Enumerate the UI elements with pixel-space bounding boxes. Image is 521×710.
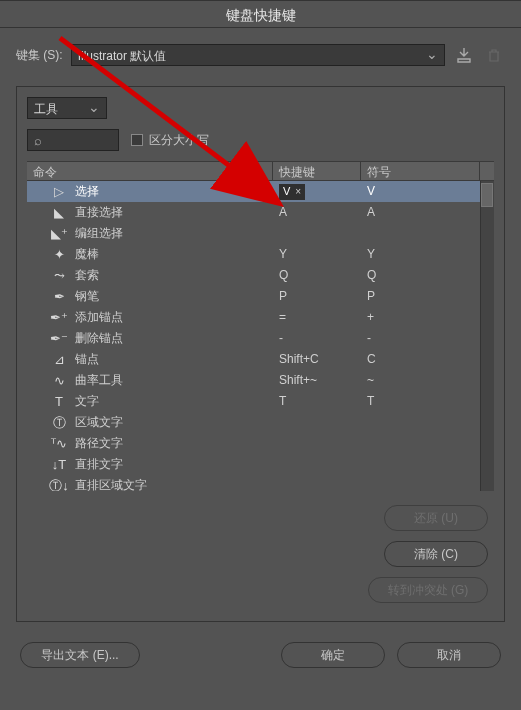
category-select[interactable]: 工具 xyxy=(27,97,107,119)
command-name: 编组选择 xyxy=(75,223,123,244)
main-panel: 工具 ⌕ 区分大小写 命令 快捷键 符号 ▷选择V×V◣直接选择AA◣⁺编组选择… xyxy=(16,86,505,622)
tool-icon: Ⓣ↓ xyxy=(51,478,67,492)
checkbox-icon xyxy=(131,134,143,146)
cancel-button[interactable]: 取消 xyxy=(397,642,501,668)
symbol-cell: T xyxy=(361,391,494,412)
tool-icon: Ⓣ xyxy=(51,415,67,431)
header-symbol[interactable]: 符号 xyxy=(361,162,480,180)
dialog-title: 键盘快捷键 xyxy=(0,0,521,28)
command-name: 删除锚点 xyxy=(75,328,123,349)
tool-icon: ᵀ∿ xyxy=(51,436,67,452)
command-name: 添加锚点 xyxy=(75,307,123,328)
tool-icon: ✒ xyxy=(51,289,67,305)
scrollbar[interactable] xyxy=(480,181,494,491)
ok-button[interactable]: 确定 xyxy=(281,642,385,668)
case-label: 区分大小写 xyxy=(149,132,209,149)
tool-icon: ∿ xyxy=(51,373,67,389)
search-field[interactable] xyxy=(48,133,112,147)
table-row[interactable]: ✒⁺添加锚点=+ xyxy=(27,307,494,328)
table-row[interactable]: ▷选择V×V xyxy=(27,181,494,202)
shortcut-cell[interactable]: Shift+~ xyxy=(273,370,361,391)
table-row[interactable]: ✦魔棒YY xyxy=(27,244,494,265)
symbol-cell: P xyxy=(361,286,494,307)
shortcut-cell[interactable]: Y xyxy=(273,244,361,265)
tool-icon: ✦ xyxy=(51,247,67,263)
header-command[interactable]: 命令 xyxy=(27,162,273,180)
symbol-cell xyxy=(361,475,494,491)
shortcut-cell[interactable] xyxy=(273,223,361,244)
command-name: 魔棒 xyxy=(75,244,99,265)
command-name: 路径文字 xyxy=(75,433,123,454)
case-sensitive-checkbox[interactable]: 区分大小写 xyxy=(131,132,209,149)
symbol-cell: + xyxy=(361,307,494,328)
table-row[interactable]: T文字TT xyxy=(27,391,494,412)
table-row[interactable]: ⤳套索QQ xyxy=(27,265,494,286)
command-name: 直排区域文字 xyxy=(75,475,147,491)
shortcut-editor[interactable]: V× xyxy=(279,184,305,200)
tool-icon: ◣ xyxy=(51,205,67,221)
symbol-cell xyxy=(361,433,494,454)
command-name: 套索 xyxy=(75,265,99,286)
shortcut-cell[interactable] xyxy=(273,412,361,433)
shortcut-cell[interactable]: A xyxy=(273,202,361,223)
table-row[interactable]: ◣直接选择AA xyxy=(27,202,494,223)
preset-label: 键集 (S): xyxy=(16,47,63,64)
command-name: 钢笔 xyxy=(75,286,99,307)
table-row[interactable]: Ⓣ区域文字 xyxy=(27,412,494,433)
table-row[interactable]: ᵀ∿路径文字 xyxy=(27,433,494,454)
undo-button: 还原 (U) xyxy=(384,505,488,531)
header-shortcut[interactable]: 快捷键 xyxy=(273,162,361,180)
tool-icon: ⊿ xyxy=(51,352,67,368)
symbol-cell: V xyxy=(361,181,494,202)
command-name: 文字 xyxy=(75,391,99,412)
shortcut-cell[interactable] xyxy=(273,475,361,491)
preset-row: 键集 (S): Illustrator 默认值 xyxy=(16,44,505,66)
symbol-cell xyxy=(361,412,494,433)
search-input[interactable]: ⌕ xyxy=(27,129,119,151)
search-icon: ⌕ xyxy=(34,133,42,148)
shortcut-cell[interactable]: Q xyxy=(273,265,361,286)
symbol-cell: A xyxy=(361,202,494,223)
shortcut-cell[interactable]: P xyxy=(273,286,361,307)
export-text-button[interactable]: 导出文本 (E)... xyxy=(20,642,140,668)
table-row[interactable]: ✒⁻删除锚点-- xyxy=(27,328,494,349)
shortcut-cell[interactable]: = xyxy=(273,307,361,328)
table-row[interactable]: Ⓣ↓直排区域文字 xyxy=(27,475,494,491)
tool-icon: T xyxy=(51,394,67,410)
table-body: ▷选择V×V◣直接选择AA◣⁺编组选择✦魔棒YY⤳套索QQ✒钢笔PP✒⁺添加锚点… xyxy=(27,181,494,491)
command-name: 锚点 xyxy=(75,349,99,370)
symbol-cell: C xyxy=(361,349,494,370)
symbol-cell: - xyxy=(361,328,494,349)
command-name: 选择 xyxy=(75,181,99,202)
table-row[interactable]: ∿曲率工具Shift+~~ xyxy=(27,370,494,391)
clear-shortcut-icon[interactable]: × xyxy=(295,181,301,202)
shortcut-cell[interactable]: V× xyxy=(273,181,361,202)
shortcut-cell[interactable]: - xyxy=(273,328,361,349)
shortcut-cell[interactable]: T xyxy=(273,391,361,412)
scroll-thumb[interactable] xyxy=(481,183,493,207)
preset-select[interactable]: Illustrator 默认值 xyxy=(71,44,445,66)
symbol-cell xyxy=(361,223,494,244)
delete-preset-icon xyxy=(483,44,505,66)
shortcut-cell[interactable]: Shift+C xyxy=(273,349,361,370)
tool-icon: ↓T xyxy=(51,457,67,473)
tool-icon: ▷ xyxy=(51,184,67,200)
tool-icon: ◣⁺ xyxy=(51,226,67,242)
table-row[interactable]: ◣⁺编组选择 xyxy=(27,223,494,244)
command-name: 区域文字 xyxy=(75,412,123,433)
tool-icon: ⤳ xyxy=(51,268,67,284)
table-row[interactable]: ⊿锚点Shift+CC xyxy=(27,349,494,370)
shortcut-cell[interactable] xyxy=(273,433,361,454)
command-name: 直排文字 xyxy=(75,454,123,475)
tool-icon: ✒⁻ xyxy=(51,331,67,347)
symbol-cell: Y xyxy=(361,244,494,265)
goto-conflict-button: 转到冲突处 (G) xyxy=(368,577,488,603)
clear-button[interactable]: 清除 (C) xyxy=(384,541,488,567)
symbol-cell: Q xyxy=(361,265,494,286)
table-row[interactable]: ↓T直排文字 xyxy=(27,454,494,475)
command-name: 曲率工具 xyxy=(75,370,123,391)
shortcut-cell[interactable] xyxy=(273,454,361,475)
table-row[interactable]: ✒钢笔PP xyxy=(27,286,494,307)
save-preset-icon[interactable] xyxy=(453,44,475,66)
table-header: 命令 快捷键 符号 xyxy=(27,161,494,181)
